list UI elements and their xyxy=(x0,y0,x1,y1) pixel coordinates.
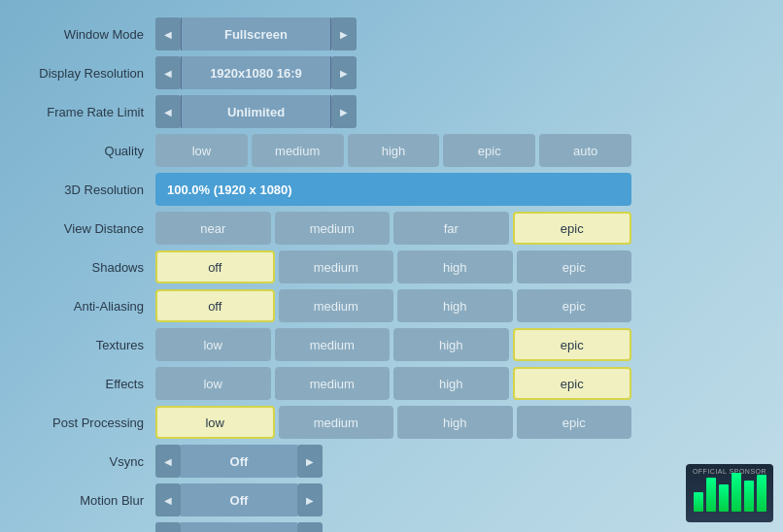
vsync-control: ◀ Off ▶ xyxy=(155,445,323,478)
post-processing-label: Post Processing xyxy=(29,416,155,430)
vsync-prev[interactable]: ◀ xyxy=(155,445,181,478)
sponsor-bar-6 xyxy=(757,475,766,512)
post-processing-row: Post Processing low medium high epic xyxy=(29,406,754,439)
anti-aliasing-btn-group: off medium high epic xyxy=(155,289,631,322)
post-processing-btn-group: low medium high epic xyxy=(155,406,631,439)
textures-label: Textures xyxy=(29,338,155,352)
post-processing-high[interactable]: high xyxy=(397,406,513,439)
shadows-label: Shadows xyxy=(29,260,155,275)
effects-medium[interactable]: medium xyxy=(275,367,391,400)
anti-aliasing-row: Anti-Aliasing off medium high epic xyxy=(29,289,754,322)
anti-aliasing-epic[interactable]: epic xyxy=(517,289,632,322)
view-distance-btn-group: near medium far epic xyxy=(155,212,631,245)
effects-low[interactable]: low xyxy=(155,367,271,400)
view-distance-epic[interactable]: epic xyxy=(513,212,632,245)
shadows-high[interactable]: high xyxy=(397,250,513,283)
textures-medium[interactable]: medium xyxy=(275,328,391,361)
textures-high[interactable]: high xyxy=(393,328,509,361)
quality-epic[interactable]: epic xyxy=(443,134,535,167)
sponsor-bar-2 xyxy=(706,478,716,512)
shadows-btn-group: off medium high epic xyxy=(155,250,631,283)
textures-btn-group: low medium high epic xyxy=(155,328,631,361)
shadows-medium[interactable]: medium xyxy=(279,250,394,283)
vsync-label: Vsync xyxy=(29,454,155,469)
motion-blur-next[interactable]: ▶ xyxy=(297,483,323,516)
resolution-3d-label: 3D Resolution xyxy=(29,183,155,197)
sponsor-badge: OFFICIAL SPONSOR xyxy=(686,464,773,522)
effects-row: Effects low medium high epic xyxy=(29,367,754,400)
window-mode-prev[interactable]: ◀ xyxy=(155,17,181,50)
vsync-value: Off xyxy=(181,445,297,478)
sponsor-bar-5 xyxy=(744,481,754,512)
frame-rate-next[interactable]: ▶ xyxy=(331,95,357,128)
frame-rate-prev[interactable]: ◀ xyxy=(155,95,181,128)
frame-rate-label: Frame Rate Limit xyxy=(29,105,155,119)
display-resolution-next[interactable]: ▶ xyxy=(331,56,357,89)
motion-blur-prev[interactable]: ◀ xyxy=(155,483,181,516)
quality-label: Quality xyxy=(29,144,155,158)
textures-low[interactable]: low xyxy=(155,328,271,361)
textures-epic[interactable]: epic xyxy=(513,328,632,361)
anti-aliasing-off[interactable]: off xyxy=(155,289,275,322)
quality-auto[interactable]: auto xyxy=(539,134,631,167)
motion-blur-row: Motion Blur ◀ Off ▶ xyxy=(29,483,754,516)
sponsor-bar-3 xyxy=(719,484,729,512)
resolution-3d-row: 3D Resolution 100.0% (1920 x 1080) xyxy=(29,173,754,206)
display-resolution-label: Display Resolution xyxy=(29,66,155,81)
frame-rate-control: ◀ Unlimited ▶ xyxy=(155,95,357,128)
textures-row: Textures low medium high epic xyxy=(29,328,754,361)
motion-blur-value: Off xyxy=(181,483,297,516)
window-mode-next[interactable]: ▶ xyxy=(331,17,357,50)
quality-low[interactable]: low xyxy=(155,134,248,167)
vsync-next[interactable]: ▶ xyxy=(297,445,323,478)
quality-btn-group: low medium high epic auto xyxy=(155,134,631,167)
quality-row: Quality low medium high epic auto xyxy=(29,134,754,167)
frame-rate-value: Unlimited xyxy=(181,95,331,128)
effects-label: Effects xyxy=(29,377,155,391)
post-processing-medium[interactable]: medium xyxy=(279,406,394,439)
window-mode-value: Fullscreen xyxy=(181,17,331,50)
settings-panel: Window Mode ◀ Fullscreen ▶ Display Resol… xyxy=(0,0,783,532)
effects-epic[interactable]: epic xyxy=(513,367,632,400)
window-mode-label: Window Mode xyxy=(29,27,155,42)
show-grass-prev[interactable]: ◀ xyxy=(155,522,181,532)
show-grass-control: ◀ Off ▶ xyxy=(155,522,323,532)
sponsor-text: OFFICIAL SPONSOR xyxy=(693,468,766,475)
quality-medium[interactable]: medium xyxy=(252,134,344,167)
resolution-3d-value: 100.0% (1920 x 1080) xyxy=(155,173,631,206)
effects-btn-group: low medium high epic xyxy=(155,367,631,400)
show-grass-row: Show Grass ◀ Off ▶ xyxy=(29,522,754,532)
view-distance-label: View Distance xyxy=(29,221,155,236)
show-grass-next[interactable]: ▶ xyxy=(297,522,323,532)
view-distance-far[interactable]: far xyxy=(393,212,509,245)
anti-aliasing-high[interactable]: high xyxy=(397,289,513,322)
quality-high[interactable]: high xyxy=(348,134,440,167)
post-processing-epic[interactable]: epic xyxy=(517,406,632,439)
display-resolution-prev[interactable]: ◀ xyxy=(155,56,181,89)
shadows-off[interactable]: off xyxy=(155,250,275,283)
shadows-row: Shadows off medium high epic xyxy=(29,250,754,283)
frame-rate-row: Frame Rate Limit ◀ Unlimited ▶ xyxy=(29,95,754,128)
shadows-epic[interactable]: epic xyxy=(517,250,632,283)
show-grass-value: Off xyxy=(181,522,297,532)
window-mode-row: Window Mode ◀ Fullscreen ▶ xyxy=(29,17,754,50)
view-distance-near[interactable]: near xyxy=(155,212,271,245)
sponsor-bar-4 xyxy=(732,473,741,512)
post-processing-low[interactable]: low xyxy=(155,406,275,439)
anti-aliasing-label: Anti-Aliasing xyxy=(29,299,155,314)
vsync-row: Vsync ◀ Off ▶ xyxy=(29,445,754,478)
view-distance-row: View Distance near medium far epic xyxy=(29,212,754,245)
motion-blur-label: Motion Blur xyxy=(29,493,155,508)
anti-aliasing-medium[interactable]: medium xyxy=(279,289,394,322)
motion-blur-control: ◀ Off ▶ xyxy=(155,483,323,516)
display-resolution-value: 1920x1080 16:9 xyxy=(181,56,331,89)
effects-high[interactable]: high xyxy=(393,367,509,400)
window-mode-control: ◀ Fullscreen ▶ xyxy=(155,17,357,50)
sponsor-bar-1 xyxy=(694,492,703,512)
view-distance-medium[interactable]: medium xyxy=(275,212,391,245)
display-resolution-row: Display Resolution ◀ 1920x1080 16:9 ▶ xyxy=(29,56,754,89)
sponsor-bars xyxy=(694,478,766,512)
display-resolution-control: ◀ 1920x1080 16:9 ▶ xyxy=(155,56,357,89)
